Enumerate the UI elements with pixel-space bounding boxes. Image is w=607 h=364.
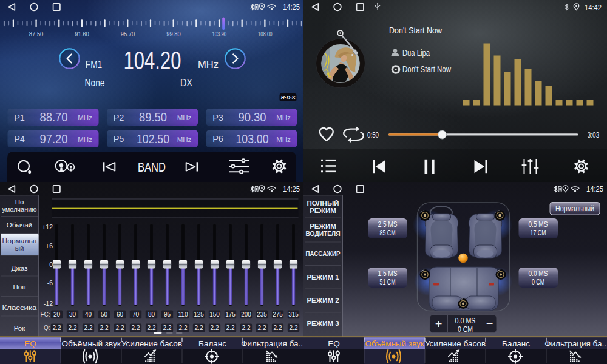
svg-text:Объёмный звук: Объёмный звук — [365, 339, 424, 348]
svg-text:MHz: MHz — [177, 114, 192, 121]
svg-text:0 CM: 0 CM — [532, 278, 544, 286]
svg-text:0 CM: 0 CM — [458, 325, 473, 334]
svg-text:+6: +6 — [46, 242, 53, 249]
svg-text:91.60: 91.60 — [75, 30, 89, 38]
svg-text:3:03: 3:03 — [588, 131, 600, 140]
svg-text:EQ: EQ — [328, 339, 340, 348]
svg-text:Нормальный: Нормальный — [555, 204, 594, 213]
svg-text:2.5 MS: 2.5 MS — [378, 220, 398, 229]
svg-text:P1: P1 — [14, 113, 25, 123]
svg-text:РЕЖИМ 2: РЕЖИМ 2 — [307, 297, 339, 304]
svg-text:MHz: MHz — [276, 136, 291, 143]
svg-text:ВОДИТЕЛЯ: ВОДИТЕЛЯ — [306, 230, 341, 237]
svg-text:30: 30 — [69, 311, 76, 318]
svg-text:2.2: 2.2 — [179, 325, 188, 331]
svg-text:MHz: MHz — [177, 136, 192, 143]
svg-text:Рок: Рок — [14, 325, 26, 332]
svg-text:90.30: 90.30 — [239, 110, 266, 124]
svg-text:2.2: 2.2 — [274, 325, 282, 331]
svg-text:88.70: 88.70 — [40, 110, 68, 124]
svg-text:Фильтрация ба...: Фильтрация ба... — [544, 339, 607, 348]
svg-text:ПАССАЖИР: ПАССАЖИР — [306, 250, 341, 257]
svg-text:2.2: 2.2 — [290, 325, 298, 331]
svg-text:Dua Lipa: Dua Lipa — [402, 48, 430, 58]
svg-text:None: None — [85, 77, 105, 89]
svg-text:14:25: 14:25 — [283, 184, 300, 194]
svg-text:0: 0 — [49, 261, 53, 268]
svg-text:275: 275 — [273, 311, 283, 318]
svg-text:По: По — [15, 198, 24, 206]
svg-text:108.00: 108.00 — [258, 30, 273, 38]
svg-text:17 CM: 17 CM — [531, 229, 546, 237]
svg-text:104.20: 104.20 — [124, 46, 181, 75]
svg-text:FM1: FM1 — [86, 59, 103, 70]
svg-text:-12: -12 — [44, 300, 53, 307]
svg-text:51 CM: 51 CM — [380, 278, 396, 286]
svg-text:102.50: 102.50 — [137, 132, 169, 146]
svg-text:+12: +12 — [42, 223, 53, 231]
svg-text:Нормальн: Нормальн — [2, 237, 37, 244]
svg-text:87.50: 87.50 — [29, 30, 44, 38]
svg-text:Усиление басов: Усиление басов — [425, 339, 486, 348]
svg-text:85 CM: 85 CM — [380, 229, 396, 237]
svg-text:P2: P2 — [114, 113, 124, 123]
svg-text:DX: DX — [180, 77, 192, 89]
svg-text:20: 20 — [53, 311, 61, 318]
svg-text:Don't Start Now: Don't Start Now — [389, 25, 443, 35]
svg-text:Джаз: Джаз — [11, 265, 27, 272]
svg-text:1.5 MS: 1.5 MS — [378, 269, 398, 278]
svg-text:умолчанию: умолчанию — [2, 206, 37, 213]
svg-text:Поп: Поп — [13, 283, 26, 291]
svg-text:2.2: 2.2 — [100, 325, 109, 331]
svg-text:14:25: 14:25 — [586, 184, 603, 194]
svg-text:ПОЛНЫЙ: ПОЛНЫЙ — [307, 200, 339, 207]
svg-text:Объёмный звук: Объёмный звук — [61, 339, 120, 348]
svg-text:14:42: 14:42 — [585, 3, 602, 12]
svg-text:2.2: 2.2 — [132, 325, 140, 331]
svg-text:99.80: 99.80 — [166, 30, 181, 38]
svg-text:60: 60 — [117, 311, 124, 318]
svg-text:95: 95 — [164, 311, 171, 318]
svg-text:−: − — [486, 317, 493, 330]
svg-text:40: 40 — [85, 311, 92, 318]
svg-text:2.2: 2.2 — [226, 325, 235, 331]
svg-text:MHz: MHz — [78, 114, 92, 121]
svg-text:P6: P6 — [212, 134, 223, 144]
svg-text:FC:: FC: — [40, 311, 50, 318]
svg-text:MHz: MHz — [276, 114, 291, 121]
svg-text:315: 315 — [288, 311, 299, 318]
svg-text:200: 200 — [241, 311, 251, 318]
svg-text:2.2: 2.2 — [195, 325, 203, 331]
svg-text:MHz: MHz — [198, 59, 219, 70]
svg-text:-6: -6 — [47, 279, 53, 286]
svg-text:70: 70 — [132, 311, 140, 318]
svg-text:50: 50 — [101, 311, 108, 318]
svg-text:Фильтрация ба...: Фильтрация ба... — [241, 339, 304, 348]
svg-text:2.2: 2.2 — [84, 325, 93, 331]
svg-text:Усиление басов: Усиление басов — [121, 339, 182, 348]
svg-text:110: 110 — [178, 311, 188, 318]
svg-text:2.2: 2.2 — [69, 325, 77, 331]
svg-text:103.00: 103.00 — [236, 132, 269, 146]
svg-text:89.50: 89.50 — [139, 110, 167, 124]
svg-text:235: 235 — [257, 311, 267, 318]
svg-text:2.2: 2.2 — [258, 325, 266, 331]
svg-text:Классика: Классика — [2, 304, 38, 311]
svg-text:2.2: 2.2 — [242, 325, 251, 331]
svg-text:MHz: MHz — [78, 136, 92, 143]
svg-text:+: + — [435, 317, 443, 331]
svg-text:EQ: EQ — [24, 339, 36, 348]
svg-text:97.20: 97.20 — [40, 132, 68, 146]
svg-text:125: 125 — [194, 311, 204, 318]
svg-text:14:25: 14:25 — [283, 2, 300, 12]
svg-text:РЕЖИМ 1: РЕЖИМ 1 — [307, 274, 339, 281]
svg-text:Баланс: Баланс — [502, 339, 530, 348]
svg-text:150: 150 — [209, 311, 220, 318]
svg-text:175: 175 — [225, 311, 236, 318]
svg-text:0:50: 0:50 — [367, 131, 379, 140]
svg-text:BAND: BAND — [138, 160, 166, 175]
svg-text:ый: ый — [15, 244, 24, 252]
svg-text:Баланс: Баланс — [198, 339, 226, 348]
svg-text:РЕЖИМ: РЕЖИМ — [310, 207, 336, 214]
svg-text:Don't Start Now: Don't Start Now — [402, 64, 451, 74]
